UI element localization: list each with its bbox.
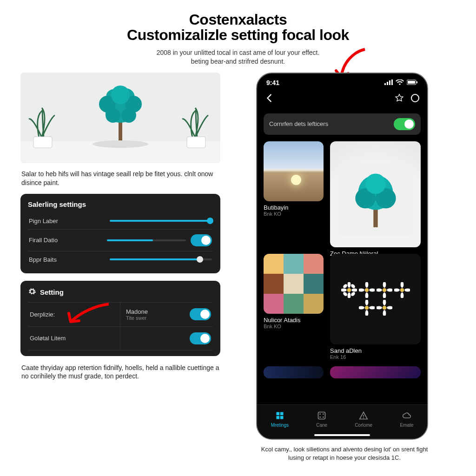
card-3[interactable]: Sand aDlen Enk 16 [330, 254, 421, 360]
title-line-2: Customizalizle setting focal look [20, 26, 456, 44]
svg-point-52 [364, 306, 369, 310]
warn-icon [359, 411, 368, 421]
card-1[interactable]: Zec Dame Niiloral Enk 16 [330, 141, 421, 247]
gear-icon [28, 287, 36, 298]
sliders-panel-title: Salerling settings [28, 200, 86, 208]
svg-point-38 [383, 282, 386, 288]
svg-point-65 [320, 416, 321, 418]
svg-point-23 [365, 173, 386, 194]
svg-point-53 [383, 300, 386, 305]
setting-cell-2-label: Goløtal Litem [30, 335, 66, 342]
card-5-thumb [330, 366, 421, 378]
battery-icon [407, 79, 418, 86]
svg-point-50 [359, 306, 364, 310]
svg-rect-68 [363, 417, 364, 418]
slider-row-2: Bppr Baits [28, 251, 213, 268]
setting-cell-1: Madone Tite swer [120, 303, 213, 327]
svg-point-51 [369, 306, 375, 310]
card-2[interactable]: Nulicor Atadis Bnk KO [264, 254, 324, 360]
slider-1-toggle[interactable] [191, 234, 212, 246]
card-5[interactable] [330, 366, 421, 378]
setting-cell-0[interactable]: Derplizie: [28, 303, 120, 327]
card-0-thumb [264, 141, 324, 201]
svg-rect-2 [33, 137, 52, 148]
svg-point-41 [387, 289, 392, 292]
slider-label-2: Bppr Baits [29, 256, 57, 263]
svg-point-42 [382, 288, 386, 292]
slider-1[interactable] [107, 239, 186, 241]
sliders-panel: Salerling settings Pign Laber Firall Dat… [20, 194, 220, 273]
slider-row-0: Pign Laber [28, 213, 213, 229]
svg-rect-60 [276, 416, 279, 419]
svg-rect-3 [187, 137, 205, 148]
dice-icon [317, 411, 326, 421]
back-icon[interactable] [264, 93, 275, 105]
star-icon[interactable] [395, 93, 404, 105]
setting-cell-3 [120, 327, 213, 350]
setting-cell-1-toggle[interactable] [190, 308, 211, 320]
card-2-thumb [264, 254, 324, 314]
cloud-icon [402, 411, 411, 421]
card-4[interactable] [264, 366, 324, 378]
subtitle-line-1: 2008 in your unlitted tocal in cast ame … [157, 49, 320, 56]
setting-cell-2[interactable]: Goløtal Litem [28, 327, 120, 350]
svg-rect-15 [408, 81, 415, 84]
svg-rect-67 [363, 415, 364, 417]
svg-point-17 [411, 94, 419, 102]
svg-point-31 [350, 291, 356, 297]
svg-point-43 [400, 282, 403, 288]
setting-cell-1-sub: Tite swer [126, 315, 148, 321]
card-4-thumb [264, 366, 324, 378]
tab-0-label: Mretings [271, 423, 289, 428]
subtitle-line-2: beting bear-and strifred desnunt. [191, 58, 285, 65]
slider-0[interactable] [110, 220, 212, 222]
tab-2-label: Corlome [355, 423, 372, 428]
svg-point-7 [106, 108, 120, 123]
svg-point-33 [365, 282, 368, 288]
slider-label-0: Pign Laber [29, 218, 58, 225]
hero-caption: Salar to heb hifs will has vintage seail… [21, 170, 219, 187]
svg-rect-61 [280, 416, 284, 419]
card-2-title: Nulicor Atadis [264, 317, 324, 324]
card-0[interactable]: Butibayin Bnk KO [264, 141, 324, 247]
svg-rect-16 [416, 81, 417, 83]
svg-point-26 [341, 289, 347, 292]
svg-point-25 [347, 292, 350, 298]
setting-cell-0-label: Derplizie: [30, 311, 55, 318]
tab-1-label: Cane [316, 423, 327, 428]
gallery-grid: Butibayin Bnk KO Zec Dame Niiloral Enk 1… [257, 139, 427, 350]
tab-3[interactable]: Emate [400, 411, 413, 428]
wifi-icon [396, 79, 404, 86]
left-footnote: Caate thryiday app retertion fidnilfy, h… [21, 364, 219, 381]
svg-point-39 [383, 292, 386, 298]
svg-point-45 [394, 289, 400, 292]
svg-point-56 [387, 306, 392, 310]
card-3-thumb [330, 254, 421, 344]
card-3-title: Sand aDlen [330, 347, 421, 354]
setting-panel-title: Setting [40, 288, 64, 296]
home-indicator [314, 434, 370, 436]
svg-rect-62 [318, 412, 325, 419]
tab-2[interactable]: Corlome [355, 411, 372, 428]
slider-2[interactable] [110, 258, 212, 260]
svg-point-9 [93, 140, 148, 148]
svg-point-6 [111, 86, 130, 104]
phone-toggle[interactable] [394, 118, 415, 130]
svg-rect-59 [280, 412, 284, 416]
svg-rect-11 [387, 82, 388, 85]
svg-point-30 [342, 291, 348, 297]
nav-row [257, 89, 427, 110]
svg-rect-12 [389, 80, 390, 85]
tab-1[interactable]: Cane [316, 411, 327, 428]
svg-point-8 [121, 108, 136, 123]
circle-icon[interactable] [410, 93, 420, 105]
svg-point-64 [323, 414, 324, 415]
card-2-sub: Bnk KO [264, 324, 324, 329]
setting-cell-3-toggle[interactable] [190, 332, 211, 344]
svg-point-28 [342, 284, 348, 289]
tab-3-label: Emate [400, 423, 413, 428]
tab-0[interactable]: Mretings [271, 411, 289, 428]
hero-image [20, 73, 220, 163]
slider-label-1: Firall Datio [29, 237, 58, 244]
setting-cell-1-label: Madone [126, 308, 148, 315]
